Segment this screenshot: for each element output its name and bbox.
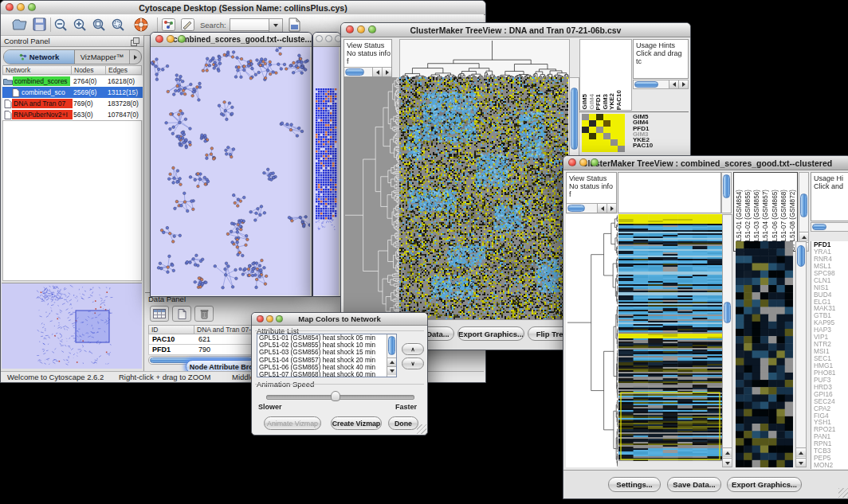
tv2-zoom-vscrollbar[interactable]: [795, 241, 807, 467]
treeview1-title-bar[interactable]: ClusterMaker TreeView : DNA and Tran 07-…: [341, 23, 690, 37]
scroll-right-button[interactable]: [607, 204, 616, 213]
minimize-icon[interactable]: [579, 158, 587, 166]
tv1-heatmap-canvas[interactable]: [399, 77, 568, 319]
zoom-window-icon[interactable]: [591, 158, 599, 166]
scroll-right-button[interactable]: [382, 68, 391, 76]
dialog-title-bar[interactable]: Map Colors to Network: [252, 313, 427, 326]
main-title-bar[interactable]: Cytoscape Desktop (Session Name: collins…: [1, 1, 485, 15]
minimize-icon[interactable]: [266, 315, 273, 322]
speed-slider-track[interactable]: [266, 395, 414, 400]
scrollbar-thumb[interactable]: [797, 245, 805, 267]
attribute-list-vscrollbar[interactable]: [387, 334, 396, 377]
tab-overflow-button[interactable]: [130, 50, 141, 64]
minimize-icon[interactable]: [357, 25, 365, 33]
minimize-icon[interactable]: [17, 3, 25, 11]
tv1-status-hscrollbar[interactable]: [344, 67, 391, 76]
scroll-left-button[interactable]: [372, 68, 382, 76]
close-icon[interactable]: [568, 158, 576, 166]
close-icon[interactable]: [257, 315, 264, 322]
move-up-button[interactable]: ∧: [402, 343, 424, 355]
background-window-title-bar[interactable]: [313, 33, 340, 47]
float-panel-icon[interactable]: [131, 37, 139, 48]
attribute-list-item[interactable]: GPL51-01 (GSM854) heat shock 05 min: [257, 334, 387, 342]
zoom-selected-button[interactable]: [111, 18, 125, 35]
scroll-right-button[interactable]: [678, 80, 688, 88]
animate-vizmap-button[interactable]: Animate Vizmap: [264, 416, 321, 430]
network-view-title-bar[interactable]: combined_scores_good.txt--cluste...: [151, 33, 312, 47]
scrollbar-thumb[interactable]: [634, 81, 658, 88]
network-row-dna-tran[interactable]: DNA and Tran 07 769(0) 183728(0): [2, 98, 143, 109]
new-attribute-button[interactable]: [172, 306, 191, 322]
minimize-icon[interactable]: [167, 35, 175, 43]
scrollbar-thumb[interactable]: [723, 174, 730, 198]
attribute-listbox[interactable]: GPL51-01 (GSM854) heat shock 05 minGPL51…: [257, 334, 397, 377]
scrollbar-thumb[interactable]: [388, 336, 395, 355]
tv1-export-graphics-button[interactable]: Export Graphics...: [457, 326, 524, 341]
scroll-up-button[interactable]: [723, 447, 732, 457]
network-overview-canvas[interactable]: [2, 283, 142, 369]
scroll-up-button[interactable]: [799, 232, 808, 241]
zoom-fit-button[interactable]: [92, 18, 106, 35]
tv2-gene-list[interactable]: PFD1YRA1RNR4MSL1SPC98CLN1NIS1BUD4ELG1MAK…: [811, 241, 848, 469]
tv2-save-data-button[interactable]: Save Data...: [667, 477, 721, 492]
scroll-down-button[interactable]: [796, 458, 806, 467]
delete-attribute-button[interactable]: [194, 306, 214, 322]
attribute-list-item[interactable]: GPL51-07 (GSM868) heat shock 60 min: [257, 371, 387, 377]
tv2-zoom-heatmap-canvas[interactable]: [736, 241, 793, 467]
zoom-in-button[interactable]: [73, 18, 87, 35]
tv1-usage-hscrollbar[interactable]: [633, 80, 689, 89]
window-controls[interactable]: [6, 3, 36, 11]
resize-grip[interactable]: [838, 488, 848, 498]
scroll-down-button[interactable]: [723, 458, 732, 467]
network-row-combined-sco[interactable]: combined_sco 2569(6) 13112(15): [2, 87, 143, 98]
zoom-window-icon[interactable]: [368, 25, 376, 33]
tv2-top-vscrollbar[interactable]: [721, 172, 732, 213]
close-icon[interactable]: [155, 35, 163, 43]
zoom-out-button[interactable]: [53, 18, 68, 35]
tv2-row-dendrogram-canvas[interactable]: [566, 214, 618, 467]
scroll-up-button[interactable]: [796, 447, 806, 457]
scroll-left-button[interactable]: [597, 204, 607, 213]
tv1-column-dendrogram-canvas[interactable]: [399, 39, 570, 79]
attribute-list-item[interactable]: GPL51-02 (GSM855) heat shock 10 min: [257, 342, 387, 349]
search-dropdown-button[interactable]: [269, 18, 283, 33]
close-icon[interactable]: [316, 35, 323, 42]
tv2-status-hscrollbar[interactable]: [567, 203, 616, 213]
minimize-icon[interactable]: [325, 35, 332, 42]
done-button[interactable]: Done: [388, 416, 418, 430]
col-header-edges[interactable]: Edges: [106, 65, 142, 75]
help-button[interactable]: [133, 17, 149, 36]
tv2-settings-button[interactable]: Settings...: [608, 477, 661, 492]
move-down-button[interactable]: ∨: [402, 357, 424, 369]
scrollbar-thumb[interactable]: [812, 224, 826, 230]
tv2-heatmap-canvas[interactable]: [618, 214, 722, 461]
close-icon[interactable]: [346, 25, 354, 33]
table-mode-button[interactable]: [150, 306, 169, 322]
zoom-window-icon[interactable]: [28, 3, 36, 11]
scrollbar-thumb[interactable]: [345, 68, 364, 76]
tab-network[interactable]: Network: [4, 50, 75, 64]
close-icon[interactable]: [6, 3, 14, 11]
speed-slider-thumb[interactable]: [331, 391, 340, 401]
open-file-button[interactable]: [12, 18, 27, 34]
tv2-export-graphics-button[interactable]: Export Graphics...: [727, 477, 802, 492]
col-header-network[interactable]: Network: [2, 65, 72, 75]
tv1-zoom-heatmap-canvas[interactable]: [582, 114, 625, 152]
dense-network-canvas[interactable]: [313, 47, 339, 295]
tv1-row-dendrogram-canvas[interactable]: [344, 77, 399, 319]
scrollbar-thumb[interactable]: [800, 193, 807, 217]
scroll-down-button[interactable]: [387, 366, 396, 375]
create-vizmap-button[interactable]: Create Vizmap: [331, 416, 382, 430]
scrollbar-thumb[interactable]: [571, 88, 578, 150]
tv2-usage-hscrollbar[interactable]: [811, 222, 848, 232]
zoom-window-icon[interactable]: [276, 315, 283, 322]
tv2-labels-vscrollbar[interactable]: [799, 172, 809, 252]
tv2-main-vscrollbar[interactable]: [722, 214, 732, 467]
tab-vizmapper[interactable]: VizMapper™: [75, 50, 130, 64]
network-row-combined-scores[interactable]: combined_scores 2764(0) 16218(0): [2, 76, 143, 87]
network-graph-canvas[interactable]: [151, 47, 310, 295]
scroll-up-button[interactable]: [387, 357, 396, 366]
zoom-window-icon[interactable]: [178, 35, 186, 43]
search-input[interactable]: [230, 18, 269, 31]
zoom-window-icon[interactable]: [335, 35, 340, 42]
